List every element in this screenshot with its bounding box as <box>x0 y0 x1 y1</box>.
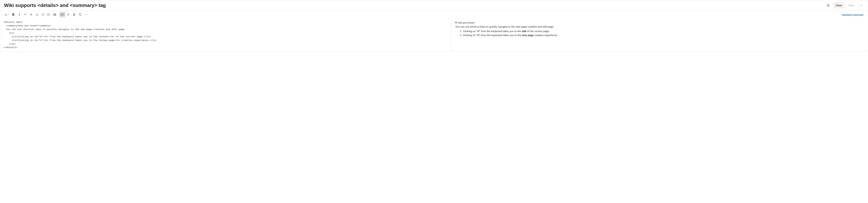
svg-point-3 <box>829 6 829 6</box>
preview-summary[interactable]: Did you know? <box>455 21 864 25</box>
more-button[interactable] <box>83 12 89 18</box>
table-button[interactable] <box>52 12 58 18</box>
formatting-toolbar: A B I <box>0 11 868 19</box>
text-format-dropdown[interactable]: A <box>3 12 10 18</box>
ellipsis-icon <box>84 13 88 16</box>
chevron-down-icon <box>860 4 863 6</box>
link-icon <box>24 13 27 16</box>
table-icon <box>53 13 56 16</box>
split-view: Did you know? You can use shortcut keys … <box>0 19 868 52</box>
ordered-list-icon: 1 2 3 <box>35 13 38 16</box>
code-button[interactable] <box>28 12 34 18</box>
list-item: Clicking on "n" from the keyboard takes … <box>463 33 864 37</box>
svg-point-30 <box>87 14 87 15</box>
save-button: Save <box>846 2 856 8</box>
header-row: Close Save <box>0 0 868 11</box>
settings-button[interactable] <box>825 2 831 8</box>
bullet-list-button[interactable] <box>40 12 45 18</box>
svg-point-29 <box>86 14 86 15</box>
hash-icon: # <box>67 13 69 16</box>
text-color-icon: A <box>4 13 9 16</box>
svg-text:3: 3 <box>36 15 36 16</box>
preview-intro: You can use shortcut keys to quickly nav… <box>455 25 864 29</box>
svg-line-5 <box>31 14 31 15</box>
markdown-supported-link[interactable]: Markdown supported. <box>842 13 865 16</box>
paste-button[interactable] <box>77 12 83 18</box>
attach-button[interactable] <box>71 12 77 18</box>
svg-point-17 <box>42 15 42 16</box>
italic-button[interactable]: I <box>17 12 22 18</box>
format-painter-button[interactable]: ABC <box>60 12 65 18</box>
save-dropdown-button[interactable] <box>858 2 864 8</box>
checklist-icon <box>47 13 50 16</box>
numbered-list-button[interactable]: 1 2 3 <box>34 12 40 18</box>
code-icon <box>30 13 33 16</box>
list-item: Clicking on "e" from the keyboard takes … <box>463 29 864 33</box>
hash-button[interactable]: # <box>65 12 71 18</box>
svg-point-28 <box>85 14 85 15</box>
clipboard-icon <box>79 13 82 16</box>
wiki-edit-panel: Close Save A B I <box>0 0 868 52</box>
preview-details[interactable]: Did you know? You can use shortcut keys … <box>455 21 864 37</box>
svg-point-15 <box>42 13 42 14</box>
sliders-icon <box>827 4 830 7</box>
source-pane <box>0 19 452 52</box>
svg-point-1 <box>827 4 828 5</box>
checklist-button[interactable] <box>46 12 52 18</box>
page-title-input[interactable] <box>4 2 824 9</box>
svg-point-16 <box>42 14 42 15</box>
svg-rect-21 <box>54 13 56 15</box>
preview-pane: Did you know? You can use shortcut keys … <box>452 19 868 52</box>
close-button[interactable]: Close <box>833 2 844 8</box>
paperclip-icon <box>73 13 75 16</box>
unordered-list-icon <box>41 13 44 16</box>
markdown-editor[interactable] <box>3 21 448 48</box>
bold-button[interactable]: B <box>10 12 16 18</box>
link-button[interactable] <box>22 12 28 18</box>
preview-list: Clicking on "e" from the keyboard takes … <box>455 29 864 37</box>
abc-icon: ABC <box>60 13 65 16</box>
